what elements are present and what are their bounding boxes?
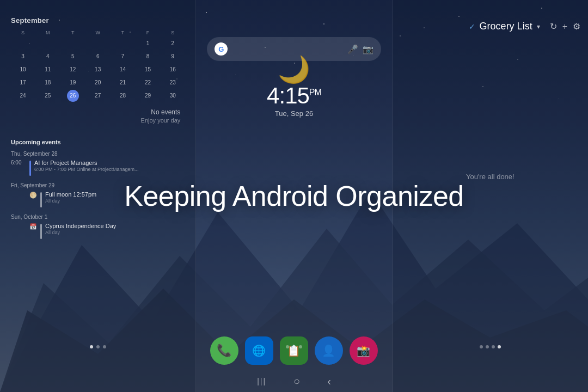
center-dot-1[interactable]: [286, 345, 289, 348]
cal-day-27[interactable]: 27: [92, 90, 104, 102]
cal-day-11[interactable]: 11: [42, 64, 54, 76]
panel-dots-left: [0, 345, 195, 348]
right-dot-3[interactable]: [492, 345, 495, 348]
cal-header-m: M: [36, 29, 60, 36]
mic-icon[interactable]: 🎤: [347, 44, 358, 54]
cal-day-8[interactable]: 8: [142, 51, 154, 63]
center-dot-2[interactable]: [292, 345, 296, 348]
event-details-cyprus: Cyprus Independence Day All day: [45, 223, 116, 235]
nav-back-button[interactable]: ‹: [327, 375, 331, 388]
cal-day-23[interactable]: 23: [167, 77, 179, 89]
cal-header-s2: S: [161, 29, 185, 36]
cal-day-28[interactable]: 28: [117, 90, 129, 102]
event-sub-ai: 6:00 PM - 7:00 PM Online at ProjectManag…: [34, 167, 139, 172]
cal-day-1[interactable]: 1: [142, 38, 154, 50]
settings-button[interactable]: ⚙: [573, 21, 580, 32]
cal-day-12[interactable]: 12: [67, 64, 79, 76]
event-bar: [29, 161, 31, 176]
dropdown-arrow-icon[interactable]: ▾: [537, 23, 540, 30]
event-group-sep29: Fri, September 29 🌕 Full moon 12:57pm Al…: [11, 182, 185, 207]
clock-widget: 4:15PM Tue, Sep 26: [267, 84, 321, 118]
right-dot-4[interactable]: [498, 345, 501, 348]
cal-day-14[interactable]: 14: [117, 64, 129, 76]
cal-day-25[interactable]: 25: [42, 90, 54, 102]
event-group-oct1: Sun, October 1 📅 Cyprus Independence Day…: [11, 214, 185, 239]
cal-day-7[interactable]: 7: [117, 51, 129, 63]
upcoming-title: Upcoming events: [11, 139, 185, 145]
event-item-fullmoon[interactable]: 🌕 Full moon 12:57pm All day: [11, 191, 185, 207]
center-panel: G 🎤 📷 🌙 4:15PM Tue, Sep 26 📞 🌐 📋 👤 📸: [196, 0, 392, 392]
event-item-cyprus[interactable]: 📅 Cyprus Independence Day All day: [11, 223, 185, 239]
app-phone[interactable]: 📞: [210, 336, 238, 365]
google-logo: G: [215, 42, 228, 56]
cal-day-4[interactable]: 4: [42, 51, 54, 63]
cal-day-19[interactable]: 19: [67, 77, 79, 89]
add-item-button[interactable]: +: [562, 22, 567, 32]
event-date-sep28: Thu, September 28: [11, 151, 185, 157]
refresh-button[interactable]: ↻: [550, 21, 557, 32]
cal-day-9[interactable]: 9: [167, 51, 179, 63]
event-group-sep28: Thu, September 28 6:00 AI for Project Ma…: [11, 151, 185, 176]
calendar-widget: September S M T W T F S 1 2 3 4: [11, 16, 185, 124]
cal-day-15[interactable]: 15: [142, 64, 154, 76]
lens-icon[interactable]: 📷: [363, 44, 373, 54]
cal-day-22[interactable]: 22: [142, 77, 154, 89]
panels-container: September S M T W T F S 1 2 3 4: [0, 0, 588, 392]
cal-day-29[interactable]: 29: [142, 90, 154, 102]
event-details: AI for Project Managers 6:00 PM - 7:00 P…: [34, 160, 139, 172]
event-item-ai[interactable]: 6:00 AI for Project Managers 6:00 PM - 7…: [11, 160, 185, 176]
cal-header-s: S: [11, 29, 35, 36]
clock-time-value: 4:15: [267, 83, 309, 108]
app-contacts[interactable]: 👤: [315, 336, 343, 365]
event-time: 6:00: [11, 160, 26, 166]
right-dot-2[interactable]: [486, 345, 489, 348]
cal-day-30[interactable]: 30: [167, 90, 179, 102]
moon-phase-icon: 🌙: [278, 54, 310, 85]
no-events-title: No events: [11, 108, 180, 116]
cal-day-16[interactable]: 16: [167, 64, 179, 76]
cal-day-10[interactable]: 10: [17, 64, 29, 76]
cal-header-w: W: [86, 29, 110, 36]
event-details-fullmoon: Full moon 12:57pm All day: [45, 191, 96, 204]
cal-day-3[interactable]: 3: [17, 51, 29, 63]
flag-event-icon: 📅: [29, 223, 37, 230]
right-panel: ✓ Grocery List ▾ ↻ + ⚙ You're all done!: [393, 0, 588, 392]
right-dot-1[interactable]: [480, 345, 483, 348]
panel-dots-center: [196, 345, 391, 348]
dot-1[interactable]: [90, 345, 93, 348]
calendar-grid: S M T W T F S 1 2 3 4 5 6 7: [11, 29, 185, 102]
event-allday-fullmoon: All day: [45, 198, 96, 204]
cal-header-t2: T: [111, 29, 135, 36]
app-camera[interactable]: 📸: [350, 336, 378, 365]
check-icon: ✓: [469, 22, 475, 31]
cal-day-24[interactable]: 24: [17, 90, 29, 102]
clock-date: Tue, Sep 26: [267, 109, 321, 118]
cal-day-2[interactable]: 2: [167, 38, 179, 50]
nav-home-button[interactable]: ○: [293, 375, 300, 388]
left-panel: September S M T W T F S 1 2 3 4: [0, 0, 196, 392]
panel-dots-right: [393, 345, 588, 348]
cal-day-5[interactable]: 5: [67, 51, 79, 63]
center-dot-3[interactable]: [299, 345, 302, 348]
event-bar-fullmoon: [40, 192, 42, 207]
grocery-list-title: Grocery List: [480, 21, 532, 32]
cal-day-13[interactable]: 13: [92, 64, 104, 76]
no-events-subtitle: Enjoy your day: [11, 117, 180, 124]
dot-3[interactable]: [103, 345, 106, 348]
event-bar-cyprus: [40, 224, 42, 239]
nav-recents-button[interactable]: |||: [257, 377, 266, 385]
cal-day-17[interactable]: 17: [17, 77, 29, 89]
dot-2[interactable]: [96, 345, 100, 348]
cal-day-26-today[interactable]: 26: [67, 90, 79, 102]
event-name-fullmoon: Full moon 12:57pm: [45, 191, 96, 198]
cal-day-18[interactable]: 18: [42, 77, 54, 89]
grocery-header-actions: ↻ + ⚙: [550, 21, 580, 32]
app-notes[interactable]: 📋: [280, 336, 308, 365]
cal-day-6[interactable]: 6: [92, 51, 104, 63]
event-name-ai: AI for Project Managers: [34, 160, 139, 166]
clock-time: 4:15PM: [267, 84, 321, 107]
cal-day-21[interactable]: 21: [117, 77, 129, 89]
upcoming-events: Upcoming events Thu, September 28 6:00 A…: [11, 139, 185, 246]
app-edge[interactable]: 🌐: [245, 336, 273, 365]
cal-day-20[interactable]: 20: [92, 77, 104, 89]
